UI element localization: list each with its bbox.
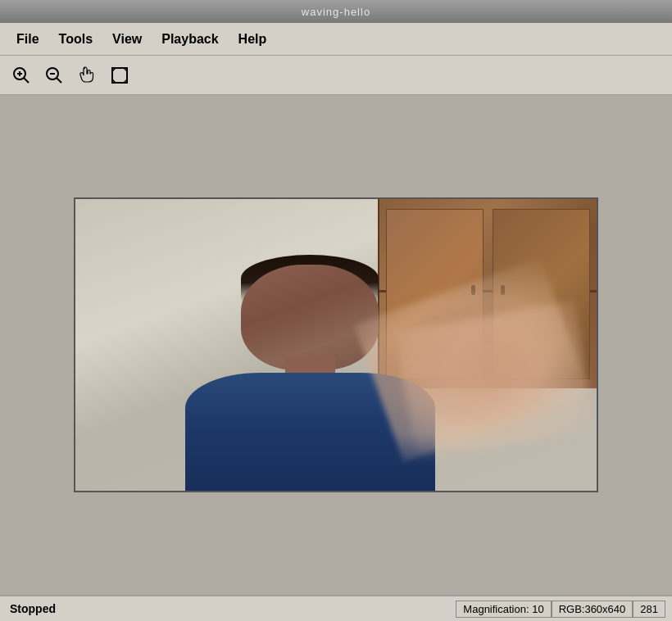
main-area — [0, 95, 672, 595]
pan-icon — [77, 66, 97, 85]
zoom-in-button[interactable] — [7, 61, 36, 90]
pixel-value-display: 281 — [633, 601, 665, 618]
playback-status: Stopped — [7, 602, 456, 615]
svg-line-3 — [25, 78, 30, 83]
svg-rect-7 — [112, 68, 127, 83]
person-head — [241, 265, 379, 369]
menu-playback[interactable]: Playback — [152, 29, 228, 50]
menu-file[interactable]: File — [7, 29, 49, 50]
fit-icon — [110, 66, 129, 85]
rgb-display: RGB:360x640 — [552, 601, 633, 618]
status-bar: Stopped Magnification: 10 RGB:360x640 28… — [0, 595, 672, 621]
svg-line-6 — [57, 78, 62, 83]
menu-bar: File Tools View Playback Help — [0, 23, 672, 56]
toolbar — [0, 56, 672, 95]
fit-button[interactable] — [105, 61, 134, 90]
zoom-out-button[interactable] — [39, 61, 69, 90]
pan-button[interactable] — [72, 61, 102, 90]
zoom-out-icon — [44, 66, 64, 85]
video-canvas — [75, 199, 597, 491]
window-title: waving-hello — [302, 6, 370, 18]
menu-view[interactable]: View — [102, 29, 152, 50]
zoom-in-icon — [11, 66, 31, 85]
video-frame — [74, 197, 598, 492]
title-bar: waving-hello — [0, 0, 672, 23]
status-info: Magnification: 10 RGB:360x640 281 — [456, 601, 665, 618]
menu-help[interactable]: Help — [229, 29, 277, 50]
menu-tools[interactable]: Tools — [49, 29, 102, 50]
magnification-display: Magnification: 10 — [456, 601, 551, 618]
